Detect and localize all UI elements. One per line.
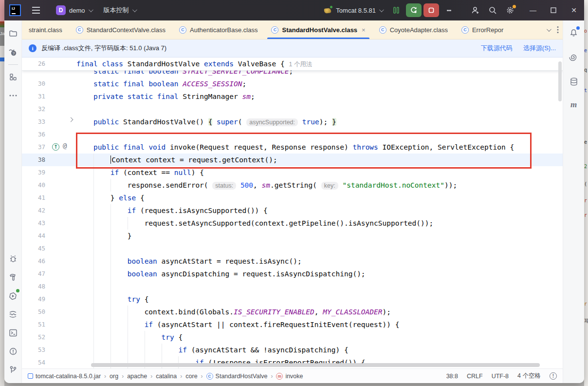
breadcrumb-item[interactable]: tomcat-catalina-8.5.0.jar (28, 373, 101, 380)
code-line[interactable]: 37↑@public final void invoke(Request req… (22, 141, 563, 154)
code-line[interactable]: 46boolean asyncAtStart = request.isAsync… (22, 255, 563, 268)
code-line[interactable]: 41} else { (22, 192, 563, 204)
notifications-button[interactable] (567, 25, 581, 40)
download-sources-link[interactable]: 下载源代码 (481, 44, 513, 53)
horizontal-scrollbar[interactable] (91, 363, 540, 367)
readonly-status-icon[interactable]: ! (550, 372, 557, 380)
code-line[interactable]: 44} (22, 230, 563, 242)
code-line[interactable]: 50context.bind(Globals.IS_SECURITY_ENABL… (22, 306, 563, 318)
breadcrumb-item[interactable]: CStandardHostValve (206, 373, 268, 380)
code-line[interactable]: 52try { (22, 331, 563, 344)
hidden-tabs-chevron-icon[interactable] (547, 27, 551, 32)
status-widget[interactable]: UTF-8 (492, 373, 509, 380)
code-line[interactable]: 33public StandardHostValve() { super( as… (22, 116, 563, 128)
background-window-glyph: r (584, 212, 587, 218)
database-button[interactable] (567, 74, 581, 89)
main-menu-button[interactable] (28, 3, 44, 18)
code-line[interactable]: 36 (22, 128, 563, 141)
code-line[interactable]: 32 (22, 103, 563, 116)
git-toolwindow-button[interactable] (6, 363, 20, 377)
structure-toolwindow-button[interactable] (6, 70, 20, 84)
editor-tab[interactable]: CStandardHostValve.class× (264, 20, 372, 39)
more-toolwindows-button[interactable] (6, 88, 20, 103)
annotation-icon[interactable]: @ (63, 142, 67, 150)
tab-close-icon[interactable]: × (362, 26, 366, 34)
fold-chevron-icon[interactable] (69, 117, 74, 122)
stripe-divider (8, 64, 18, 65)
line-number: 33 (22, 116, 45, 128)
code-text: static final boolean STRICT_SERVLET_COMP… (76, 71, 563, 77)
rerun-debugger-button[interactable] (406, 3, 422, 17)
gutter: ↑@ (45, 141, 76, 154)
stop-button[interactable] (423, 3, 439, 17)
chevron-down-icon (88, 7, 93, 12)
build-toolwindow-button[interactable] (6, 270, 20, 285)
breadcrumb-item[interactable]: org (110, 373, 118, 380)
editor-tab[interactable]: straint.class (22, 20, 69, 39)
editor-tab[interactable]: CStandardContextValve.class (69, 20, 172, 39)
code-editor[interactable]: 26final class StandardHostValve extends … (22, 58, 563, 368)
code-line[interactable]: 48 (22, 280, 563, 293)
line-number: 54 (22, 356, 45, 368)
line-number: 40 (22, 179, 45, 192)
status-widget[interactable]: 4 个空格 (517, 372, 541, 380)
code-text: } (76, 230, 563, 242)
run-configuration-selector[interactable]: Tomcat 8.5.81 (320, 4, 386, 16)
vertical-scrollbar[interactable] (558, 61, 562, 101)
status-widget[interactable]: CRLF (467, 373, 483, 380)
project-widget[interactable]: D demo (52, 3, 96, 17)
minimize-button[interactable]: — (523, 0, 543, 20)
code-line[interactable]: 49try { (22, 293, 563, 306)
maximize-button[interactable] (543, 0, 564, 20)
code-line[interactable]: 38Context context = request.getContext()… (22, 154, 563, 166)
services-toolwindow-button[interactable] (6, 289, 20, 303)
project-toolwindow-button[interactable] (6, 26, 20, 41)
editor-tab[interactable]: CCoyoteAdapter.class (372, 20, 455, 39)
settings-button[interactable] (502, 3, 518, 17)
close-button[interactable]: ✕ (564, 0, 584, 20)
pause-button[interactable] (388, 3, 404, 17)
line-number: 43 (22, 217, 45, 230)
code-line[interactable]: 51if (asyncAtStart || context.fireReques… (22, 318, 563, 331)
code-line[interactable]: 31private static final StringManager sm; (22, 90, 563, 103)
code-with-me-button[interactable] (467, 3, 483, 17)
code-line[interactable]: 45 (22, 242, 563, 255)
code-line[interactable]: 40response.sendError( status: 500, sm.ge… (22, 179, 563, 192)
background-window-glyph: r (584, 198, 587, 203)
code-line[interactable]: 30static final boolean ACCESS_SESSION; (22, 77, 563, 90)
more-actions-button[interactable] (441, 3, 457, 17)
code-line[interactable]: 39if (context == null) { (22, 166, 563, 179)
gutter (45, 166, 76, 179)
overrides-icon[interactable]: ↑ (52, 143, 59, 151)
code-line[interactable]: 26final class StandardHostValve extends … (22, 58, 563, 70)
breadcrumb-item[interactable]: core (185, 373, 197, 380)
breadcrumb-item[interactable]: minvoke (276, 373, 303, 380)
code-line[interactable]: 43request.setAsyncSupported(context.getP… (22, 217, 563, 230)
line-number: 30 (22, 77, 45, 90)
commit-toolwindow-button[interactable]: ? (6, 45, 20, 59)
code-line[interactable]: 47boolean asyncDispatching = request.isA… (22, 268, 563, 280)
debug-toolwindow-button[interactable] (6, 251, 20, 266)
problems-toolwindow-button[interactable] (6, 344, 20, 359)
endpoints-toolwindow-button[interactable] (6, 307, 20, 322)
search-everywhere-button[interactable] (485, 3, 500, 17)
choose-sources-link[interactable]: 选择源(S)... (523, 44, 556, 53)
tab-options-kebab-icon[interactable] (557, 26, 559, 34)
editor-tab[interactable]: CErrorRepor (455, 20, 510, 39)
vcs-menu-button[interactable]: 版本控制 (99, 4, 141, 17)
status-widget[interactable]: 38:8 (446, 373, 458, 380)
code-line[interactable]: 42if (request.isAsyncSupported()) { (22, 204, 563, 217)
code-line[interactable]: 53if (asyncAtStart && !asyncDispatching)… (22, 344, 563, 356)
ai-assistant-button[interactable] (567, 50, 581, 64)
line-number: 46 (22, 255, 45, 268)
terminal-toolwindow-button[interactable] (6, 326, 20, 340)
gutter (45, 268, 76, 280)
maven-button[interactable]: m (567, 97, 581, 112)
add-user-icon (471, 6, 479, 15)
editor-tab[interactable]: CAuthenticatorBase.class (172, 20, 264, 39)
breadcrumb-item[interactable]: apache (127, 373, 147, 380)
breadcrumb-item[interactable]: catalina (156, 373, 177, 380)
code-line[interactable]: static final boolean STRICT_SERVLET_COMP… (22, 71, 563, 77)
settings-notification-dot (513, 5, 516, 8)
code-text: context.bind(Globals.IS_SECURITY_ENABLED… (76, 306, 563, 318)
